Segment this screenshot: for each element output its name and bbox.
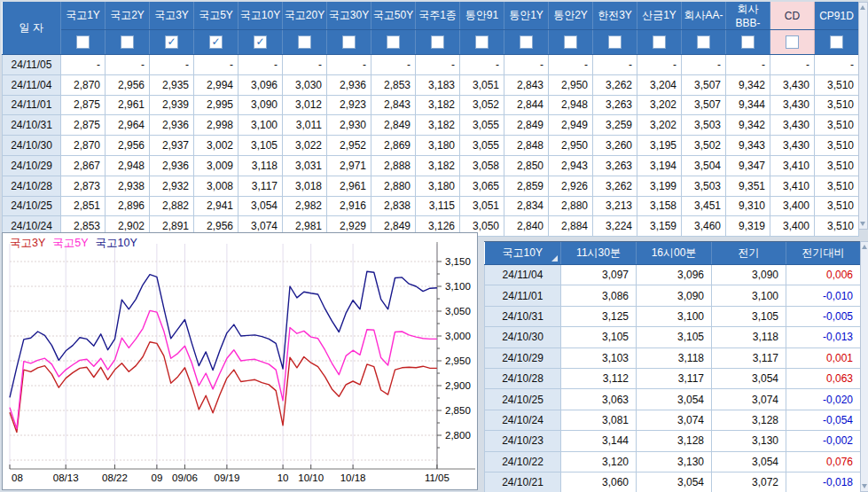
checkbox-국고1y[interactable] [76,35,90,49]
detail-header-국고10y[interactable]: 국고10Y [485,242,561,265]
yield-cell[interactable]: 2,843 [504,74,549,95]
yield-cell[interactable]: 3,430 [770,95,815,115]
prev-close-cell[interactable]: 3,054 [712,368,786,388]
date-cell[interactable]: 24/10/31 [3,115,61,136]
yield-cell[interactable]: 2,937 [150,136,194,156]
yield-cell[interactable]: 3,090 [239,95,283,115]
yield-cell[interactable]: 3,180 [416,176,460,196]
yield-cell[interactable]: 3,260 [593,136,637,156]
yield-cell[interactable]: 3,100 [239,115,283,136]
yield-cell[interactable]: 2,956 [106,136,150,156]
yield-cell[interactable]: 3,430 [770,115,815,136]
yield-cell[interactable]: 2,853 [371,74,416,95]
yield-cell[interactable]: 3,194 [637,155,682,176]
date-cell[interactable]: 24/11/04 [485,265,561,285]
checkbox-국고2y[interactable] [121,35,134,49]
yield-cell[interactable]: 3,055 [460,115,504,136]
yield-cell[interactable]: 2,844 [504,95,549,115]
prev-close-cell[interactable]: 3,117 [712,348,786,368]
yield-cell[interactable]: 3,009 [194,155,239,176]
yield-cell[interactable]: 3,510 [815,196,859,216]
yield-cell[interactable]: 3,507 [682,95,726,115]
yield-cell[interactable]: 2,932 [150,176,194,196]
yield-cell[interactable]: 2,888 [371,155,416,176]
date-cell[interactable]: 24/10/30 [3,136,61,156]
yield-cell[interactable]: 3,182 [416,115,460,136]
yield-cell[interactable]: 3,011 [283,115,327,136]
date-cell[interactable]: 24/10/28 [3,176,61,196]
yield-cell[interactable]: 3,400 [770,216,815,237]
yield-cell[interactable]: 3,204 [637,74,682,95]
yield-cell[interactable]: 2,880 [371,176,416,196]
yield-cell[interactable]: 3,051 [460,196,504,216]
value-1130-cell[interactable]: 3,086 [561,285,637,306]
scroll-up-icon[interactable] [862,245,867,249]
value-1600-cell[interactable]: 3,118 [637,348,712,368]
yield-cell[interactable]: - [637,55,682,75]
yield-cell[interactable]: 2,875 [61,95,106,115]
yield-cell[interactable]: - [593,55,637,75]
yield-cell[interactable]: 2,943 [549,155,593,176]
scroll-down-icon[interactable] [860,222,865,226]
detail-table-scrollbar[interactable] [860,241,868,492]
value-1130-cell[interactable]: 3,097 [561,265,637,285]
yield-cell[interactable]: 2,971 [327,155,371,176]
value-1130-cell[interactable]: 3,105 [561,327,637,348]
yield-cell[interactable]: 3,262 [593,74,637,95]
yield-cell[interactable]: 3,503 [682,176,726,196]
yield-cell[interactable]: 2,884 [549,216,593,237]
yield-cell[interactable]: 2,956 [106,74,150,95]
yield-cell[interactable]: 2,952 [327,136,371,156]
yield-cell[interactable]: 2,938 [106,176,150,196]
yield-cell[interactable]: 2,882 [150,196,194,216]
scroll-down-icon[interactable] [862,484,867,488]
yield-cell[interactable]: - [504,55,549,75]
value-1600-cell[interactable]: 3,074 [637,410,712,430]
yield-cell[interactable]: 3,195 [637,136,682,156]
yield-cell[interactable]: 3,263 [593,155,637,176]
yield-cell[interactable]: 3,008 [194,176,239,196]
checkbox-회사aa-[interactable] [697,35,710,49]
yield-cell[interactable]: 3,105 [239,136,283,156]
yield-cell[interactable]: 2,964 [106,115,150,136]
yield-cell[interactable]: 3,096 [239,74,283,95]
yield-cell[interactable]: 9,319 [726,216,770,237]
yield-cell[interactable]: - [194,55,239,75]
yield-cell[interactable]: 3,002 [194,136,239,156]
change-cell[interactable]: 0,076 [786,451,861,472]
value-1600-cell[interactable]: 3,105 [637,327,712,348]
yield-cell[interactable]: 2,916 [327,196,371,216]
value-1130-cell[interactable]: 3,112 [561,368,637,388]
date-cell[interactable]: 24/10/24 [485,410,561,430]
yield-cell[interactable]: 3,115 [416,196,460,216]
date-cell[interactable]: 24/10/22 [485,451,561,472]
prev-close-cell[interactable]: 3,054 [712,451,786,472]
date-cell[interactable]: 24/11/01 [485,285,561,306]
yield-cell[interactable]: 3,199 [637,176,682,196]
yield-cell[interactable]: 3,507 [682,74,726,95]
value-1600-cell[interactable]: 3,054 [637,472,712,492]
date-cell[interactable]: 24/11/01 [3,95,61,115]
yield-cell[interactable]: 3,430 [770,74,815,95]
date-cell[interactable]: 24/11/05 [3,55,61,75]
yield-cell[interactable]: 3,183 [416,74,460,95]
value-1130-cell[interactable]: 3,063 [561,389,637,410]
yield-cell[interactable]: - [682,55,726,75]
yield-cell[interactable]: 2,948 [549,95,593,115]
yield-cell[interactable]: 2,850 [504,155,549,176]
yield-cell[interactable]: 3,510 [815,216,859,237]
yield-cell[interactable]: 2,998 [194,115,239,136]
change-cell[interactable]: -0,018 [786,472,861,492]
yield-cell[interactable]: - [416,55,460,75]
yield-cell[interactable]: 9,342 [726,115,770,136]
yield-cell[interactable]: 3,430 [770,136,815,156]
yield-cell[interactable]: 3,012 [283,95,327,115]
date-cell[interactable]: 24/10/28 [485,368,561,388]
yield-cell[interactable]: - [150,55,194,75]
date-cell[interactable]: 24/10/29 [3,155,61,176]
yield-cell[interactable]: 2,873 [61,176,106,196]
change-cell[interactable]: 0,006 [786,265,861,285]
value-1130-cell[interactable]: 3,060 [561,472,637,492]
yield-cell[interactable]: 2,851 [61,196,106,216]
yield-cell[interactable]: 3,158 [637,196,682,216]
